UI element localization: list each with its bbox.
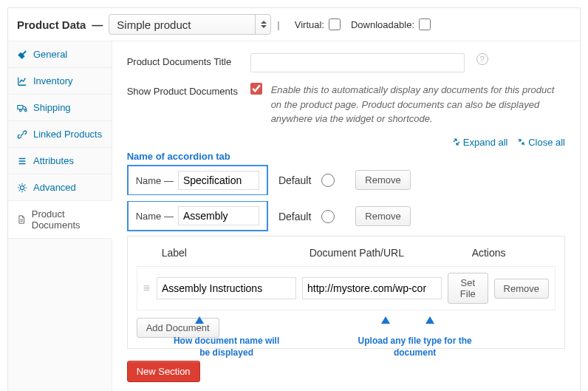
document-path-input[interactable] [302, 277, 442, 299]
show-documents-checkbox[interactable] [250, 83, 262, 95]
expand-all-link[interactable]: Expand all [453, 137, 508, 148]
remove-section-button-1[interactable]: Remove [355, 170, 410, 190]
drag-handle-icon[interactable]: ≡ [143, 282, 151, 295]
col-label-header: Label [162, 247, 310, 259]
expand-collapse-row: Expand all Close all [127, 137, 565, 149]
tab-product-documents[interactable]: Product Documents [8, 201, 112, 238]
callout-upload: Upload any file type for the document [356, 336, 474, 358]
show-description: Enable this to automatically display any… [271, 83, 565, 126]
title-input[interactable] [250, 53, 465, 72]
title-label: Product Documents Title [127, 53, 242, 67]
accordion-name-input-2[interactable] [178, 206, 259, 225]
help-icon[interactable]: ? [476, 53, 488, 65]
accordion-name-input-1[interactable] [178, 171, 259, 190]
wrench-icon [17, 50, 27, 60]
name-prefix: Name — [136, 175, 174, 186]
downloadable-label: Downloadable: [351, 19, 414, 30]
default-label-2: Default [278, 211, 311, 222]
header-options: Virtual: Downloadable: [295, 18, 431, 30]
row-show-documents: Show Product Documents Enable this to au… [127, 83, 565, 126]
default-label-1: Default [278, 174, 311, 186]
link-icon [17, 129, 27, 140]
document-row: ≡ Set File Remove [137, 266, 555, 310]
documents-table-header: Label Document Path/URL Actions [137, 244, 555, 266]
virtual-checkbox[interactable] [329, 18, 341, 30]
tab-general[interactable]: General [8, 41, 112, 67]
add-document-button[interactable]: Add Document [137, 318, 219, 338]
chart-icon [17, 76, 27, 86]
virtual-label: Virtual: [295, 19, 324, 30]
col-actions-header: Actions [472, 247, 506, 259]
default-radio-2[interactable] [321, 210, 335, 223]
accordion-annotation: Name of accordion tab [127, 151, 565, 162]
callout-document-name: How document name will be displayed [171, 336, 282, 358]
tab-linked-products[interactable]: Linked Products [8, 121, 112, 147]
remove-section-button-2[interactable]: Remove [355, 206, 410, 226]
show-label: Show Product Documents [127, 83, 242, 97]
document-label-input[interactable] [157, 277, 296, 299]
truck-icon [17, 103, 27, 113]
tab-shipping[interactable]: Shipping [8, 95, 112, 120]
close-all-link[interactable]: Close all [518, 137, 565, 148]
col-path-header: Document Path/URL [310, 247, 472, 259]
tab-inventory[interactable]: Inventory [8, 68, 112, 94]
content-area: Product Documents Title ? Show Product D… [112, 41, 580, 391]
expand-icon [453, 138, 460, 146]
product-type-select[interactable]: Simple product [109, 14, 271, 35]
product-type-select-wrap: Simple product [109, 14, 271, 35]
tab-advanced[interactable]: Advanced [8, 174, 112, 200]
remove-document-button[interactable]: Remove [494, 279, 549, 299]
collapse-icon [518, 138, 525, 146]
dash: — [92, 18, 103, 31]
arrow-icon [423, 316, 437, 336]
product-data-panel: Product Data — Simple product | Virtual:… [7, 7, 581, 391]
default-radio-1[interactable] [321, 174, 335, 187]
list-icon [17, 156, 27, 166]
accordion-name-box-2: Name — [127, 201, 268, 231]
tab-attributes[interactable]: Attributes [8, 148, 112, 174]
panel-title: Product Data [17, 18, 86, 31]
gear-icon [17, 183, 27, 193]
row-title: Product Documents Title ? [127, 53, 565, 72]
document-icon [17, 214, 26, 225]
tabs-sidebar: General Inventory Shipping Linked Produc… [8, 41, 112, 391]
arrow-icon [192, 316, 207, 336]
downloadable-checkbox[interactable] [419, 18, 431, 30]
name-prefix: Name — [136, 211, 174, 222]
panel-body: General Inventory Shipping Linked Produc… [8, 41, 580, 391]
accordion-name-box-1: Name — [127, 165, 268, 195]
accordion-row-2: Name — Default Remove [127, 201, 565, 231]
new-section-button[interactable]: New Section [127, 361, 200, 382]
set-file-button[interactable]: Set File [448, 273, 488, 304]
panel-header: Product Data — Simple product | Virtual:… [8, 8, 580, 41]
accordion-row-1: Name — Default Remove [127, 165, 565, 195]
arrow-icon [378, 316, 393, 336]
